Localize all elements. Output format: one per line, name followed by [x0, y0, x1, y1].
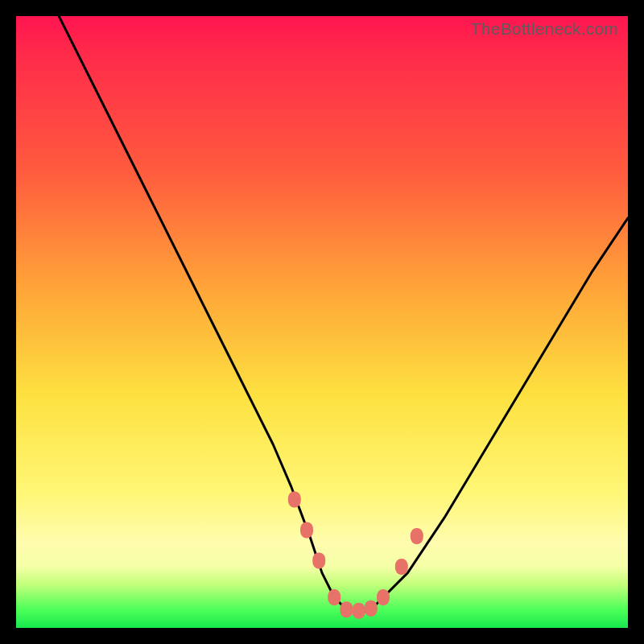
marker-point — [395, 559, 408, 575]
marker-point — [377, 589, 390, 605]
marker-point — [411, 528, 423, 544]
plot-area: TheBottleneck.com — [16, 16, 628, 628]
marker-point — [340, 601, 353, 617]
watermark-text: TheBottleneck.com — [471, 19, 618, 39]
marker-point — [328, 589, 341, 605]
marker-point — [365, 601, 378, 617]
marker-point — [300, 522, 313, 538]
highlight-markers — [288, 491, 423, 618]
chart-svg — [16, 16, 628, 628]
bottleneck-curve — [59, 16, 628, 613]
marker-point — [312, 552, 325, 568]
marker-point — [353, 603, 365, 619]
marker-point — [288, 491, 301, 507]
outer-frame: TheBottleneck.com — [0, 0, 644, 644]
